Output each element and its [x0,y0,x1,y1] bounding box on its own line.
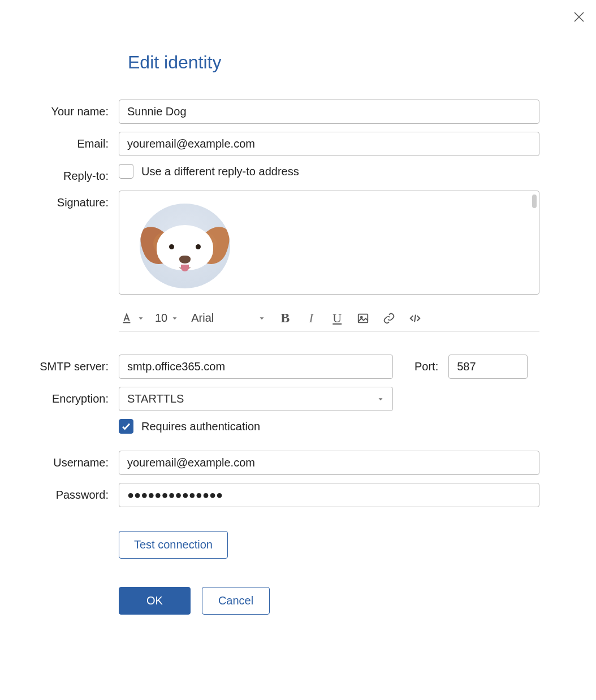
encryption-value: STARTTLS [127,392,184,405]
font-color-picker[interactable] [120,312,145,325]
password-label: Password: [0,483,119,502]
chevron-down-icon [258,314,266,322]
close-icon[interactable] [572,10,586,24]
reply-to-label: Reply-to: [0,164,119,183]
username-input[interactable] [119,451,539,475]
underline-icon[interactable]: U [330,312,344,325]
image-icon[interactable] [356,312,370,325]
svg-marker-9 [379,398,383,400]
port-label: Port: [414,360,438,373]
svg-marker-5 [260,317,264,319]
signature-label: Signature: [0,191,119,209]
svg-marker-3 [139,317,143,319]
signature-toolbar: 10 Arial B I U [119,306,539,332]
signature-avatar-image [140,204,230,288]
your-name-label: Your name: [0,100,119,118]
italic-icon[interactable]: I [304,312,318,325]
svg-line-8 [414,314,416,322]
bold-icon[interactable]: B [278,312,292,325]
password-input[interactable] [119,483,539,507]
reply-to-checkbox[interactable] [119,164,133,179]
font-family-value: Arial [191,312,214,325]
font-size-value: 10 [155,312,167,325]
code-icon[interactable] [408,312,422,325]
requires-auth-label[interactable]: Requires authentication [141,420,260,433]
reply-to-checkbox-label[interactable]: Use a different reply-to address [141,165,299,178]
font-color-icon [120,312,133,325]
chevron-down-icon [377,395,385,403]
identity-form: Your name: Email: Reply-to: Use a differ… [0,100,596,623]
email-label: Email: [0,132,119,150]
link-icon[interactable] [382,312,396,325]
encryption-select[interactable]: STARTTLS [119,387,393,411]
cancel-button[interactable]: Cancel [202,587,270,615]
svg-marker-4 [173,317,177,319]
ok-button[interactable]: OK [119,587,191,615]
encryption-label: Encryption: [0,387,119,405]
smtp-server-label: SMTP server: [0,355,119,373]
port-input[interactable] [448,355,528,379]
chevron-down-icon [171,314,179,322]
font-size-picker[interactable]: 10 [155,312,179,325]
username-label: Username: [0,451,119,469]
test-connection-button[interactable]: Test connection [119,531,228,559]
email-input[interactable] [119,132,539,156]
scrollbar-thumb[interactable] [532,195,537,208]
your-name-input[interactable] [119,100,539,124]
chevron-down-icon [137,314,145,322]
requires-auth-checkbox[interactable] [119,419,133,434]
smtp-server-input[interactable] [119,355,393,379]
dialog-title: Edit identity [128,52,221,73]
signature-editor[interactable] [119,191,539,295]
font-family-picker[interactable]: Arial [189,310,268,326]
